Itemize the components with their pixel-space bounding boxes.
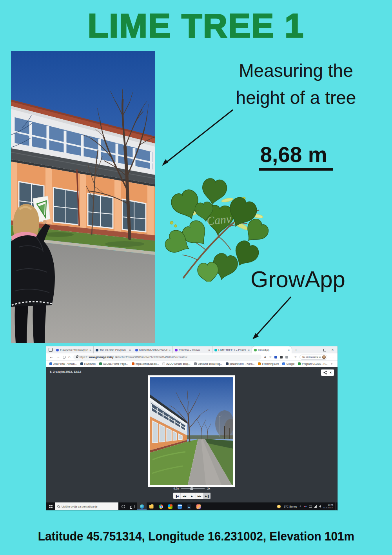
tab-close-icon[interactable]: × — [288, 348, 290, 352]
taskbar-media-app[interactable] — [194, 502, 203, 510]
tab-canva-home[interactable]: Početna – Canva × — [173, 346, 212, 353]
tab-lime-tree-poster[interactable]: LIME TREE 1 – Poster × — [212, 346, 252, 353]
extension-icon-2[interactable] — [280, 356, 283, 358]
tab-globe-program[interactable]: The GLOBE Program × — [94, 346, 133, 353]
windows-taskbar: Upišite ovdje za pretraživanje -3°C Sunn… — [46, 502, 338, 510]
window-controls: – × — [316, 348, 337, 352]
taskbar-explorer[interactable] — [147, 502, 156, 510]
forward-icon[interactable]: → — [56, 355, 60, 359]
taskbar-mail[interactable] — [175, 502, 184, 510]
tab-favicon — [135, 349, 138, 351]
tab-document[interactable]: 620bcdb1-9bb8-73ae-643... × — [133, 346, 173, 353]
lock-icon — [76, 357, 78, 358]
volume-icon[interactable] — [319, 505, 321, 508]
tab-actions-icon[interactable] — [49, 348, 53, 352]
school-yard-illustration — [11, 51, 155, 343]
taskbar-clock[interactable]: 17:46 11.3.2022. — [323, 504, 333, 509]
skip-end-button[interactable]: ▶▐ — [203, 493, 211, 499]
tab-favicon — [214, 349, 217, 351]
tab-close-icon[interactable]: × — [89, 348, 91, 352]
url-scheme: https:// — [80, 356, 87, 358]
bookmark-favicon — [258, 362, 261, 365]
bookmark-favicon — [80, 362, 83, 365]
minimize-icon[interactable]: – — [316, 348, 318, 352]
read-aloud-icon[interactable]: A — [264, 355, 266, 359]
growapp-page-content: 8, 2 ožujka 2022, 12:12 × — [46, 367, 338, 502]
edge-icon — [140, 504, 144, 509]
tab-favicon — [175, 349, 178, 351]
extension-icon-3[interactable] — [285, 356, 288, 358]
measuring-line-1: Measuring the — [214, 57, 378, 84]
url-host: www.growapp.today — [89, 356, 114, 358]
browser-menu-icon[interactable]: ··· — [330, 355, 334, 359]
taskbar-search[interactable]: Upišite ovdje za pretraživanje — [55, 502, 118, 510]
tray-expand-icon[interactable]: ∧ — [299, 505, 301, 508]
show-desktop-button[interactable] — [336, 502, 337, 510]
tab-label: Početna – Canva — [179, 349, 207, 351]
tab-close-icon[interactable]: × — [169, 348, 171, 352]
taskbar-chrome[interactable] — [156, 502, 165, 510]
bookmark-favicon — [99, 362, 102, 365]
play-button[interactable]: ▶ — [188, 493, 196, 499]
bookmark-globe-home[interactable]: GLOBE Home Page... — [99, 362, 128, 365]
taskbar-store[interactable] — [165, 502, 175, 510]
skip-start-button[interactable]: ▐◀ — [173, 493, 181, 499]
bookmark-osnovna-skola[interactable]: Osnovna škola Rug... — [194, 362, 222, 365]
bookmark-office365[interactable]: https://office365.sk... — [132, 362, 159, 365]
profile-sync-button[interactable]: Ne sinkronizira se — [299, 355, 327, 360]
clock-date: 11.3.2022. — [323, 506, 333, 509]
tab-close-icon[interactable]: × — [248, 348, 250, 352]
speed-slider[interactable] — [181, 488, 205, 489]
taskbar-photos[interactable] — [184, 502, 194, 510]
cortana-button[interactable] — [118, 502, 128, 510]
back-icon[interactable]: ← — [49, 355, 53, 359]
home-icon[interactable]: ⌂ — [68, 355, 71, 359]
search-icon — [57, 505, 60, 508]
favorite-star-icon[interactable]: ☆ — [269, 355, 272, 359]
start-button[interactable] — [46, 502, 55, 510]
tray-app-icon[interactable] — [304, 506, 307, 507]
bookmark-alfa-portal[interactable]: Alfa Portal - Virtual... — [49, 362, 77, 365]
bookmark-favicon — [226, 362, 229, 365]
photos-icon — [187, 504, 191, 509]
weather-text[interactable]: -3°C Sunny — [283, 505, 297, 508]
task-view-button[interactable] — [128, 502, 137, 510]
bookmarks-overflow-icon[interactable]: > — [331, 362, 332, 365]
bookmark-e-dnevnik[interactable]: e-Dnevnik — [80, 362, 96, 365]
extension-icon-1[interactable] — [274, 356, 277, 358]
weather-icon — [277, 505, 281, 508]
tab-label: LIME TREE 1 – Poster — [218, 349, 247, 351]
slider-knob[interactable] — [190, 487, 193, 490]
avatar — [322, 355, 326, 359]
tab-label: GrowApp — [258, 349, 287, 351]
bookmark-azoo[interactable]: AZOO Stručni skup... — [162, 362, 190, 365]
bookmark-google[interactable]: Google — [282, 362, 294, 365]
maximize-icon[interactable] — [323, 349, 326, 351]
collections-icon[interactable]: ☆ — [294, 355, 297, 359]
tab-european-phenology[interactable]: European Phenology Camp × — [54, 346, 94, 353]
network-icon[interactable] — [314, 505, 317, 508]
rewind-button[interactable]: ◀◀ — [181, 493, 188, 499]
taskbar-edge[interactable] — [137, 502, 147, 510]
new-tab-button[interactable]: + — [295, 348, 297, 352]
windows-logo-icon — [49, 505, 53, 508]
tab-growapp[interactable]: GrowApp × — [252, 346, 292, 353]
taskbar-tray: -3°C Sunny ∧ 17:46 11.3.2022. — [277, 502, 338, 510]
share-icon[interactable] — [323, 371, 327, 375]
sync-label: Ne sinkronizira se — [302, 356, 321, 358]
address-bar[interactable]: https://www.growapp.today/#/?activePhoto… — [73, 355, 261, 360]
bookmark-program-globe[interactable]: Program GLOBE - H... — [298, 362, 327, 365]
bookmark-etwinning[interactable]: eTwinning Live — [258, 362, 279, 365]
viewer-close-icon[interactable]: × — [330, 371, 332, 375]
bookmark-petzanet[interactable]: petzanet.HR – Kurik... — [226, 362, 255, 365]
fast-forward-button[interactable]: ▶▶ — [196, 493, 203, 499]
tab-favicon — [96, 349, 98, 351]
battery-icon[interactable] — [309, 506, 312, 508]
close-icon[interactable]: × — [332, 348, 334, 352]
tab-close-icon[interactable]: × — [129, 348, 131, 352]
tab-close-icon[interactable]: × — [208, 348, 210, 352]
refresh-icon[interactable] — [63, 356, 65, 358]
page-title: LIME TREE 1 — [24, 6, 368, 45]
bookmark-label: Alfa Portal - Virtual... — [53, 362, 77, 365]
url-path: /#/?activePhoto=98888&activePhotoSet=814… — [115, 356, 188, 358]
